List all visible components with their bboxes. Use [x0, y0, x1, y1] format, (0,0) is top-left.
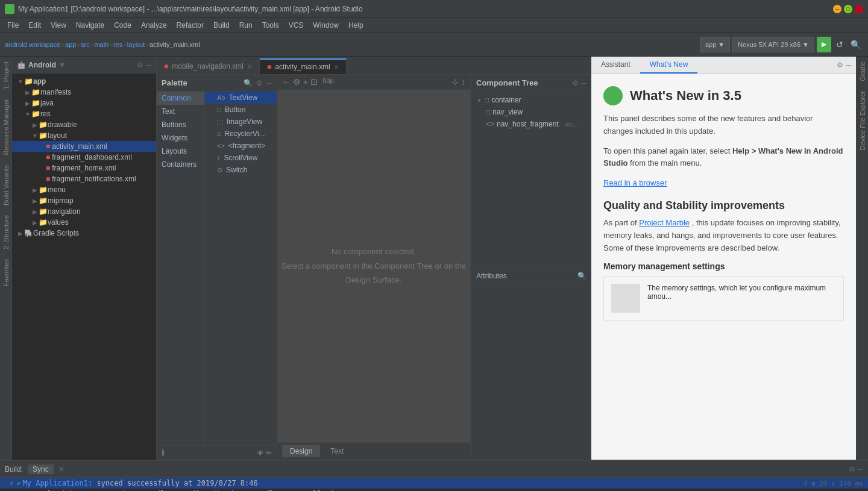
- breadcrumb-layout[interactable]: layout: [127, 41, 145, 48]
- ct-item-container[interactable]: ▼ □ container: [471, 94, 591, 106]
- run-button[interactable]: ▶: [817, 37, 831, 52]
- sidebar-tab-structure[interactable]: 2: Structure: [1, 210, 11, 254]
- ct-minimize-icon[interactable]: ─: [581, 79, 587, 87]
- menu-edit[interactable]: Edit: [24, 20, 46, 31]
- tree-item-menu[interactable]: ▶ 📁 menu: [12, 184, 156, 195]
- palette-category-layouts[interactable]: Layouts: [157, 145, 204, 158]
- sidebar-tab-favorites[interactable]: Favorites: [1, 254, 11, 291]
- palette-item-recyclerview[interactable]: ≡ RecyclerVi...: [205, 128, 277, 140]
- palette-item-imageview[interactable]: ⬚ ImageView: [205, 116, 277, 128]
- tree-item-activity-main[interactable]: ■ activity_main.xml: [12, 141, 156, 152]
- breadcrumb-app[interactable]: app: [65, 41, 76, 48]
- sidebar-tab-gradle[interactable]: Gradle: [857, 57, 868, 86]
- config-dropdown[interactable]: app ▼: [700, 37, 730, 52]
- palette-item-textview[interactable]: Ab TextView: [205, 92, 277, 104]
- sidebar-tab-device-file[interactable]: Device File Explorer: [857, 86, 868, 155]
- breadcrumb-main[interactable]: main: [94, 41, 108, 48]
- project-settings-icon[interactable]: ⚙: [137, 61, 143, 69]
- surface-back-icon[interactable]: ←: [282, 77, 291, 87]
- palette-category-containers[interactable]: Containers: [157, 158, 204, 171]
- sidebar-tab-build-variants[interactable]: Build Variants: [1, 160, 11, 210]
- toolbar-search[interactable]: 🔍: [848, 39, 863, 51]
- palette-category-widgets[interactable]: Widgets: [157, 131, 204, 145]
- edit-icon[interactable]: ✏: [266, 449, 272, 457]
- maximize-button[interactable]: □: [844, 5, 852, 13]
- surface-transform-icon[interactable]: ↕: [461, 77, 465, 87]
- sync-button[interactable]: ↺: [834, 39, 846, 51]
- close-icon[interactable]: ✕: [334, 64, 339, 70]
- device-dropdown[interactable]: Nexus 5X API 29 x86 ▼: [732, 37, 814, 52]
- menu-view[interactable]: View: [46, 20, 71, 31]
- rp-tab-whats-new[interactable]: What's New: [640, 57, 698, 73]
- build-row-download[interactable]: ✔ Download https://services.gradle.org/d…: [0, 489, 868, 491]
- text-tab[interactable]: Text: [322, 445, 351, 457]
- rp-quality-link[interactable]: Project Marble: [639, 218, 690, 227]
- palette-item-button[interactable]: □ Button: [205, 104, 277, 116]
- menu-tools[interactable]: Tools: [257, 20, 284, 31]
- menu-window[interactable]: Window: [308, 20, 344, 31]
- palette-item-scrollview[interactable]: ↕ ScrollView: [205, 152, 277, 164]
- breadcrumb-workspace[interactable]: android workspace: [5, 41, 60, 48]
- menu-help[interactable]: Help: [344, 20, 368, 31]
- palette-search-icon[interactable]: 🔍: [244, 79, 253, 87]
- palette-minimize-icon[interactable]: ─: [266, 79, 272, 87]
- minimize-button[interactable]: ─: [833, 5, 841, 13]
- rp-tab-assistant[interactable]: Assistant: [591, 57, 640, 73]
- menu-analyze[interactable]: Analyze: [136, 20, 172, 31]
- menu-refactor[interactable]: Refactor: [172, 20, 209, 31]
- bp-sync-tab[interactable]: Sync: [28, 464, 54, 474]
- tree-item-fragment-home[interactable]: ■ fragment_home.xml: [12, 163, 156, 174]
- tree-item-values[interactable]: ▶ 📁 values: [12, 217, 156, 228]
- palette-item-fragment[interactable]: <> <fragment>: [205, 140, 277, 152]
- attr-search-icon[interactable]: 🔍: [577, 272, 587, 280]
- tree-item-app[interactable]: ▼ 📁 app: [12, 76, 156, 87]
- tree-item-drawable[interactable]: ▶ 📁 drawable: [12, 119, 156, 130]
- breadcrumb-src[interactable]: src: [81, 41, 90, 48]
- tree-item-mipmap[interactable]: ▶ 📁 mipmap: [12, 195, 156, 206]
- design-surface[interactable]: No component selected. Select a componen…: [277, 90, 470, 442]
- sidebar-tab-project[interactable]: 1: Project: [1, 57, 11, 94]
- menu-build[interactable]: Build: [209, 20, 234, 31]
- close-button[interactable]: ✕: [855, 5, 863, 13]
- tree-item-layout[interactable]: ▼ 📁 layout: [12, 130, 156, 141]
- rp-settings-icon[interactable]: ⚙: [837, 61, 843, 69]
- palette-category-buttons[interactable]: Buttons: [157, 118, 204, 131]
- menu-vcs[interactable]: VCS: [284, 20, 309, 31]
- surface-zoom-icon[interactable]: +: [303, 77, 308, 87]
- surface-align-icon[interactable]: ⊹: [451, 77, 459, 87]
- tree-item-fragment-notifications[interactable]: ■ fragment_notifications.xml: [12, 174, 156, 184]
- bp-settings-icon[interactable]: ⚙: [849, 465, 855, 474]
- build-row-root[interactable]: ▼ ✔ My Application1: synced successfully…: [0, 478, 868, 489]
- bp-minimize-icon[interactable]: ─: [858, 465, 863, 474]
- palette-item-switch[interactable]: ⊙ Switch: [205, 164, 277, 176]
- sidebar-tab-resource[interactable]: Resource Manager: [1, 94, 11, 160]
- design-tab[interactable]: Design: [282, 445, 320, 457]
- tree-item-gradle[interactable]: ▶ 🐘 Gradle Scripts: [12, 228, 156, 239]
- rp-read-browser-link[interactable]: Read in a browser: [603, 178, 667, 187]
- tree-item-navigation[interactable]: ▶ 📁 navigation: [12, 206, 156, 217]
- eye-icon[interactable]: 👁: [257, 449, 264, 457]
- tree-item-java[interactable]: ▶ 📁 java: [12, 98, 156, 108]
- tab-activity-main[interactable]: ■ activity_main.xml ✕: [260, 58, 347, 74]
- menu-run[interactable]: Run: [234, 20, 257, 31]
- ct-settings-icon[interactable]: ⚙: [572, 79, 579, 87]
- tab-mobile-nav[interactable]: ■ mobile_navigation.xml ✕: [157, 58, 260, 74]
- menu-code[interactable]: Code: [109, 20, 136, 31]
- palette-category-common[interactable]: Common: [157, 92, 204, 105]
- breadcrumb-res[interactable]: res: [113, 41, 122, 48]
- bp-sync-close[interactable]: ✕: [58, 465, 64, 474]
- rp-close-icon[interactable]: ─: [846, 61, 851, 69]
- palette-category-text[interactable]: Text: [157, 105, 204, 118]
- surface-size-icon[interactable]: ⊡: [310, 77, 318, 87]
- tree-item-fragment-dashboard[interactable]: ■ fragment_dashboard.xml: [12, 152, 156, 163]
- palette-settings-icon[interactable]: ⚙: [256, 79, 263, 87]
- tree-item-manifests[interactable]: ▶ 📁 manifests: [12, 87, 156, 98]
- menu-file[interactable]: File: [2, 20, 24, 31]
- project-minimize-icon[interactable]: ─: [146, 61, 151, 69]
- ct-item-nav-host[interactable]: <> nav_host_fragment - an...: [471, 118, 591, 130]
- tree-item-res[interactable]: ▼ 📁 res: [12, 108, 156, 119]
- breadcrumb-file[interactable]: activity_main.xml: [149, 41, 200, 48]
- menu-navigate[interactable]: Navigate: [71, 20, 109, 31]
- ct-item-nav-view[interactable]: □ nav_view: [471, 106, 591, 118]
- surface-settings-icon[interactable]: ⚙: [293, 77, 301, 87]
